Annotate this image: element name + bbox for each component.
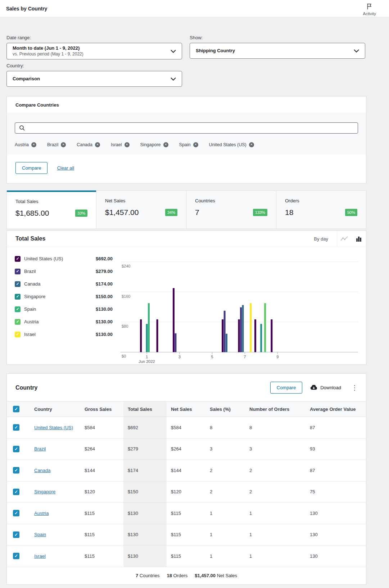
chevron-down-icon bbox=[354, 48, 359, 54]
table-title: Country bbox=[15, 385, 37, 391]
show-select[interactable]: Shipping Country bbox=[190, 43, 365, 59]
top-bar: Sales by Country Activity bbox=[0, 0, 389, 17]
row-checkbox[interactable] bbox=[13, 446, 19, 452]
line-chart-icon bbox=[340, 236, 348, 242]
svg-text:9: 9 bbox=[276, 355, 279, 359]
net-sales-value: $1,457.00 bbox=[105, 208, 139, 217]
bar-chart-toggle[interactable] bbox=[352, 231, 366, 247]
footer-orders: 18 Orders bbox=[167, 573, 187, 578]
country-link[interactable]: Israel bbox=[34, 553, 46, 559]
row-checkbox[interactable] bbox=[13, 467, 19, 473]
change-badge: 133% bbox=[253, 209, 267, 216]
change-badge: 33% bbox=[75, 210, 87, 217]
summary-tile-countries[interactable]: Countries 7 133% bbox=[186, 190, 276, 229]
interval-select[interactable]: By day bbox=[314, 236, 337, 242]
legend-item[interactable]: Canada $174.00 bbox=[13, 278, 121, 290]
remove-chip-icon[interactable] bbox=[95, 142, 100, 147]
date-range-select[interactable]: Month to date (Jun 1 - 9, 2022) vs. Prev… bbox=[6, 43, 182, 59]
country-filter-select[interactable]: Comparison bbox=[6, 71, 182, 87]
remove-chip-icon[interactable] bbox=[61, 142, 66, 147]
col-aov[interactable]: Average Order Value bbox=[306, 407, 366, 412]
remove-chip-icon[interactable] bbox=[249, 142, 254, 147]
country-link[interactable]: Spain bbox=[34, 532, 46, 537]
table-compare-button[interactable]: Compare bbox=[270, 382, 302, 394]
country-link[interactable]: Canada bbox=[34, 468, 51, 473]
remove-chip-icon[interactable] bbox=[163, 142, 168, 147]
country-chip: Singapore bbox=[140, 142, 168, 147]
compare-search-input[interactable] bbox=[15, 122, 358, 134]
col-sales-pct[interactable]: Sales (%) bbox=[205, 407, 245, 412]
remove-chip-icon[interactable] bbox=[125, 142, 130, 147]
svg-text:$240: $240 bbox=[122, 264, 130, 268]
date-range-label: Date range: bbox=[6, 35, 182, 40]
selected-countries: Austria Brazil Canada Israel Singapore S… bbox=[15, 142, 358, 147]
country-link[interactable]: Austria bbox=[34, 511, 49, 516]
chevron-down-icon bbox=[171, 49, 176, 54]
legend-item[interactable]: United States (US) $692.00 bbox=[13, 252, 121, 265]
col-country[interactable]: Country bbox=[30, 407, 80, 412]
svg-text:7: 7 bbox=[244, 355, 246, 359]
row-checkbox[interactable] bbox=[13, 531, 19, 538]
table-row: Brazil $264 $279 $264 3 3 93 bbox=[7, 439, 366, 460]
compare-button[interactable]: Compare bbox=[15, 162, 48, 174]
svg-text:3: 3 bbox=[178, 355, 181, 359]
select-all-checkbox[interactable] bbox=[13, 406, 19, 412]
compare-countries-card: Compare Countries Austria Brazil Canada … bbox=[6, 96, 366, 184]
total-sales-chart-card: Total Sales By day bbox=[6, 230, 366, 365]
footer-countries: 7 Countries bbox=[136, 573, 160, 578]
summary-tile-net-sales[interactable]: Net Sales $1,457.00 34% bbox=[96, 190, 186, 229]
series-checkbox[interactable] bbox=[15, 256, 21, 262]
compare-countries-title: Compare Countries bbox=[7, 96, 366, 114]
country-table-card: Country Compare Download ⋮ Country Gross… bbox=[6, 373, 366, 585]
table-menu-icon[interactable]: ⋮ bbox=[349, 383, 360, 392]
line-chart-toggle[interactable] bbox=[337, 231, 352, 247]
summary-tile-orders[interactable]: Orders 18 50% bbox=[276, 190, 366, 229]
series-checkbox[interactable] bbox=[15, 294, 21, 300]
country-chip: Spain bbox=[179, 142, 198, 147]
change-badge: 34% bbox=[165, 209, 177, 216]
svg-text:Jun 2022: Jun 2022 bbox=[139, 359, 155, 363]
table-row: Canada $144 $174 $144 2 2 87 bbox=[7, 460, 366, 481]
series-checkbox[interactable] bbox=[15, 319, 21, 325]
country-link[interactable]: Brazil bbox=[34, 446, 46, 452]
col-gross-sales[interactable]: Gross Sales bbox=[80, 407, 123, 412]
svg-text:1: 1 bbox=[146, 355, 148, 359]
summary-tiles: Total Sales $1,685.00 33% Net Sales $1,4… bbox=[6, 190, 366, 229]
col-orders[interactable]: Number of Orders bbox=[245, 407, 306, 412]
row-checkbox[interactable] bbox=[13, 553, 19, 559]
col-net-sales[interactable]: Net Sales bbox=[167, 407, 205, 412]
country-link[interactable]: Singapore bbox=[34, 489, 55, 494]
table-row: Austria $115 $130 $115 1 1 130 bbox=[7, 503, 366, 524]
download-button[interactable]: Download bbox=[310, 385, 341, 390]
svg-text:$160: $160 bbox=[122, 294, 130, 299]
col-total-sales[interactable]: Total Sales bbox=[123, 401, 167, 417]
series-checkbox[interactable] bbox=[15, 306, 21, 312]
legend-item[interactable]: Singapore $150.00 bbox=[13, 290, 121, 303]
country-link[interactable]: United States (US) bbox=[34, 425, 73, 430]
countries-value: 7 bbox=[195, 208, 199, 217]
summary-tile-total-sales[interactable]: Total Sales $1,685.00 33% bbox=[6, 190, 96, 229]
row-checkbox[interactable] bbox=[13, 424, 19, 431]
series-checkbox[interactable] bbox=[15, 269, 21, 274]
table-row: United States (US) $584 $692 $584 8 8 87 bbox=[7, 417, 366, 439]
series-checkbox[interactable] bbox=[15, 332, 21, 337]
table-summary-footer: 7 Countries 18 Orders $1,457.00 Net Sale… bbox=[7, 567, 366, 584]
legend-item[interactable]: Israel $130.00 bbox=[13, 328, 121, 341]
flag-icon bbox=[366, 3, 372, 11]
remove-chip-icon[interactable] bbox=[31, 142, 36, 147]
legend-item[interactable]: Austria $130.00 bbox=[13, 315, 121, 328]
country-filter-value: Comparison bbox=[13, 76, 40, 82]
row-checkbox[interactable] bbox=[13, 489, 19, 495]
legend-item[interactable]: Brazil $279.00 bbox=[13, 265, 121, 278]
row-checkbox[interactable] bbox=[13, 510, 19, 516]
search-icon bbox=[19, 125, 25, 132]
series-checkbox[interactable] bbox=[15, 281, 21, 287]
show-label: Show: bbox=[190, 35, 365, 40]
activity-button[interactable]: Activity bbox=[363, 1, 376, 16]
country-filter-label: Country: bbox=[6, 63, 182, 68]
remove-chip-icon[interactable] bbox=[193, 142, 198, 147]
country-chip: United States (US) bbox=[209, 142, 254, 147]
clear-all-link[interactable]: Clear all bbox=[57, 165, 74, 171]
legend-item[interactable]: Spain $130.00 bbox=[13, 303, 121, 315]
country-chip: Austria bbox=[15, 142, 36, 147]
